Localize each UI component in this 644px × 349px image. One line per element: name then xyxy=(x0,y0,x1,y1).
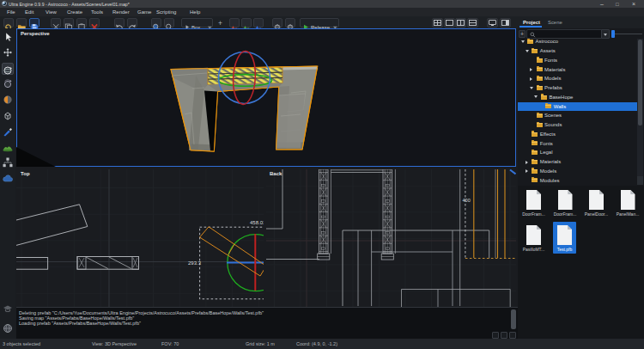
svg-text:458.01: 458.01 xyxy=(250,220,264,225)
svg-text:293.3: 293.3 xyxy=(188,260,202,266)
svg-text:400: 400 xyxy=(463,198,471,203)
